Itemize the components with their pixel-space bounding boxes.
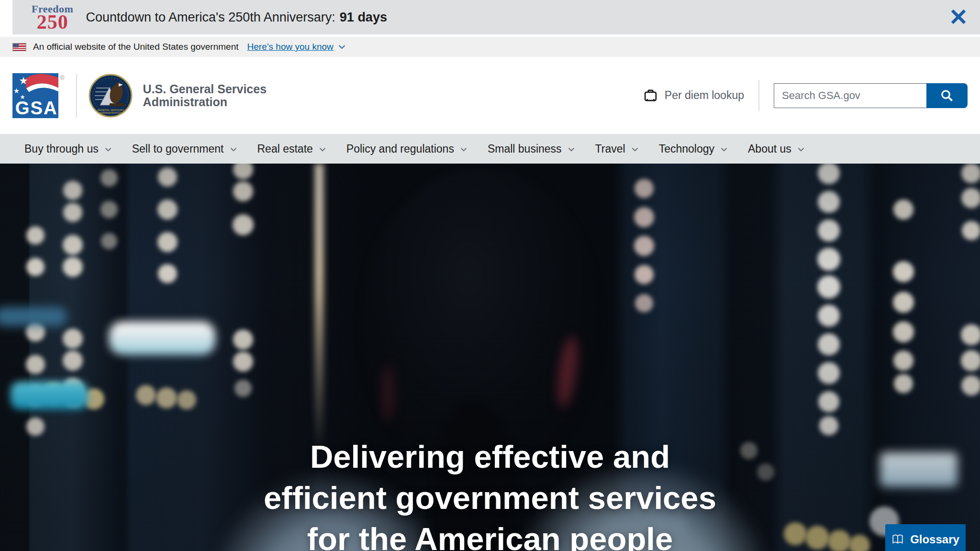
chevron-down-icon: [797, 147, 805, 152]
logo-acronym: GSA: [15, 98, 58, 118]
nav-item-label: Small business: [488, 143, 562, 155]
us-flag-icon: [12, 43, 26, 51]
agency-name-line2: Administration: [143, 96, 267, 109]
header-divider: [76, 74, 77, 118]
chevron-down-icon: [319, 147, 326, 152]
chevron-down-icon: [104, 147, 112, 152]
countdown-message-text: Countdown to America's 250th Anniversary…: [86, 10, 335, 24]
search-form: [774, 83, 968, 108]
per-diem-lookup-link[interactable]: Per diem lookup: [643, 88, 744, 103]
primary-nav: Buy through usSell to governmentReal est…: [0, 134, 980, 164]
nav-item-label: About us: [748, 143, 791, 155]
nav-item-label: Technology: [659, 143, 714, 155]
nav-item-label: Policy and regulations: [346, 143, 454, 155]
nav-item-real-estate[interactable]: Real estate: [247, 134, 336, 164]
search-button[interactable]: [926, 83, 968, 108]
glossary-label: Glossary: [910, 533, 959, 546]
agency-name: U.S. General Services Administration: [143, 83, 267, 109]
glossary-button[interactable]: Glossary: [885, 524, 966, 551]
hero-section: Delivering effective and efficient gover…: [0, 164, 980, 551]
nav-item-travel[interactable]: Travel: [585, 134, 649, 164]
chevron-down-icon: [631, 147, 639, 152]
nav-item-label: Travel: [595, 143, 625, 155]
per-diem-label: Per diem lookup: [665, 89, 744, 102]
hero-heading-line2: efficient government services: [0, 477, 980, 518]
logo-star: ★: [19, 75, 28, 86]
chevron-down-icon: [338, 44, 346, 50]
hero-heading-line1: Delivering effective and: [0, 436, 980, 477]
official-banner: An official website of the United States…: [0, 37, 980, 57]
gsa-home-logo[interactable]: ★ ★ ★ GSA ®: [12, 73, 65, 118]
nav-item-technology[interactable]: Technology: [649, 134, 738, 164]
header-divider: [758, 80, 759, 111]
nav-item-label: Real estate: [257, 143, 313, 155]
chevron-down-icon: [460, 147, 468, 152]
hero-heading-line3: for the American people: [0, 518, 980, 551]
close-banner-button[interactable]: [947, 6, 969, 28]
svg-text:ADMINISTRATION: ADMINISTRATION: [99, 111, 122, 114]
heres-how-you-know-link[interactable]: Here’s how you know: [247, 42, 334, 52]
freedom-250-logo-number: 250: [37, 12, 68, 32]
countdown-days: 91 days: [340, 10, 387, 24]
svg-text:★: ★: [13, 87, 20, 95]
site-header: ★ ★ ★ GSA ® GENERAL SERVICES ADMINISTRAT…: [0, 57, 980, 134]
nav-item-about-us[interactable]: About us: [738, 134, 815, 164]
nav-item-sell-to-government[interactable]: Sell to government: [122, 134, 247, 164]
agency-name-line1: U.S. General Services: [143, 83, 267, 96]
heres-how-you-know-label: Here’s how you know: [247, 42, 334, 52]
nav-item-small-business[interactable]: Small business: [478, 134, 585, 164]
close-icon: [949, 7, 968, 26]
freedom-250-logo: Freedom 250: [32, 3, 73, 32]
countdown-message: Countdown to America's 250th Anniversary…: [86, 10, 387, 25]
search-icon: [940, 88, 954, 103]
nav-item-policy-and-regulations[interactable]: Policy and regulations: [336, 134, 478, 164]
briefcase-icon: [643, 88, 658, 103]
gsa-star-mark-icon: ★ ★ ★ GSA: [12, 73, 58, 118]
chevron-down-icon: [230, 147, 237, 152]
gsa-seal-icon: GENERAL SERVICES ADMINISTRATION: [89, 74, 133, 118]
registered-trademark: ®: [60, 74, 65, 81]
hero-heading: Delivering effective and efficient gover…: [0, 436, 980, 551]
chevron-down-icon: [568, 147, 575, 152]
search-input[interactable]: [774, 83, 926, 108]
nav-item-buy-through-us[interactable]: Buy through us: [14, 134, 122, 164]
nav-item-label: Sell to government: [132, 143, 224, 155]
official-banner-text: An official website of the United States…: [33, 42, 239, 52]
nav-item-label: Buy through us: [24, 143, 99, 155]
book-icon: [891, 534, 904, 545]
chevron-down-icon: [720, 147, 728, 152]
countdown-banner: Freedom 250 Countdown to America's 250th…: [12, 0, 980, 34]
